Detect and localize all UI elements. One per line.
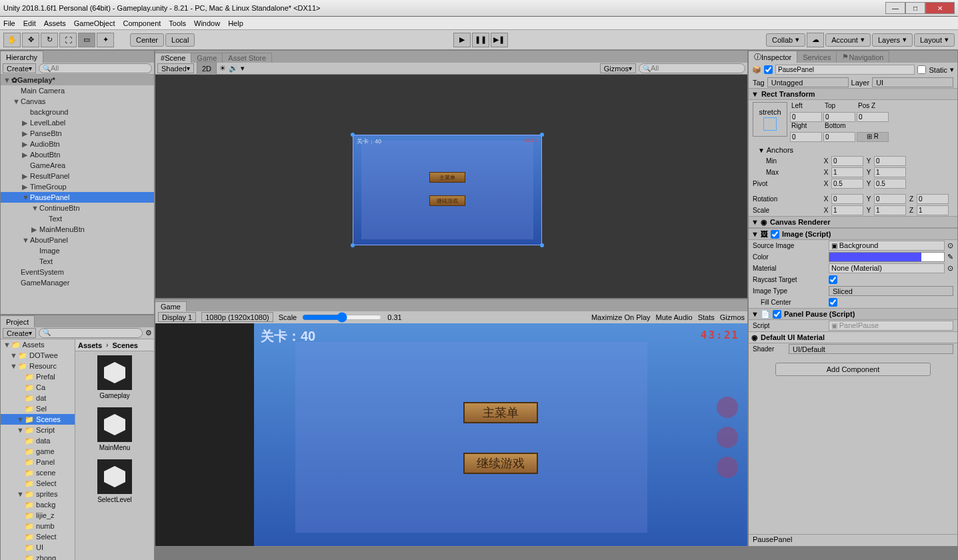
- material-field[interactable]: None (Material): [829, 263, 945, 273]
- layers-dropdown[interactable]: Layers ▾: [872, 33, 913, 47]
- main-menu-btn-preview[interactable]: 主菜单: [429, 172, 465, 183]
- hierarchy-item[interactable]: ▼PausePanel: [1, 192, 154, 203]
- bottom-input[interactable]: [823, 132, 855, 142]
- project-folder[interactable]: 📁 lijie_z: [1, 510, 75, 521]
- project-folder[interactable]: ▼📁 sprites: [1, 489, 75, 499]
- gizmos-dropdown[interactable]: Gizmos ▾: [600, 63, 636, 73]
- hierarchy-search[interactable]: 🔍All: [39, 63, 152, 73]
- handle-tr[interactable]: [540, 133, 544, 137]
- layer-dropdown[interactable]: UI: [872, 77, 953, 87]
- hierarchy-item[interactable]: Text: [1, 213, 154, 224]
- project-folder[interactable]: 📁 Select: [1, 478, 75, 489]
- project-folder[interactable]: ▼📁 Scenes: [1, 414, 75, 425]
- project-folder[interactable]: ▼📁 DOTwee: [1, 350, 75, 361]
- anchor-max-x[interactable]: [831, 167, 863, 177]
- hierarchy-item[interactable]: ▶MainMenuBtn: [1, 224, 154, 235]
- asset-store-tab[interactable]: Asset Store: [223, 53, 272, 63]
- panel-pause-header[interactable]: ▼ 📄 Panel Pause (Script): [749, 308, 957, 320]
- asset-item[interactable]: Gameplay: [75, 351, 154, 403]
- tag-dropdown[interactable]: Untagged: [767, 77, 849, 87]
- rot-x[interactable]: [831, 194, 863, 204]
- project-folder[interactable]: 📁 dat: [1, 393, 75, 403]
- project-folder[interactable]: 📁 zhong: [1, 553, 75, 560]
- hierarchy-item[interactable]: background: [1, 107, 154, 117]
- rect-tool[interactable]: ▭: [78, 33, 95, 47]
- step-button[interactable]: ▶❚: [491, 33, 508, 47]
- scale-tool[interactable]: ⛶: [59, 33, 77, 47]
- collab-dropdown[interactable]: Collab ▾: [766, 33, 805, 47]
- hierarchy-item[interactable]: ▶AudioBtn: [1, 139, 154, 149]
- scene-view[interactable]: 关卡：40 43:21 主菜单 继续游戏: [155, 75, 747, 298]
- scene-tab[interactable]: # Scene: [155, 53, 191, 63]
- menu-window[interactable]: Window: [194, 19, 220, 27]
- close-button[interactable]: ✕: [925, 2, 955, 14]
- hierarchy-item[interactable]: GameManager: [1, 277, 154, 288]
- hierarchy-item[interactable]: ▶TimeGroup: [1, 181, 154, 192]
- menu-gameobject[interactable]: GameObject: [74, 19, 115, 27]
- project-folder[interactable]: 📁 scene: [1, 467, 75, 478]
- fx-icon[interactable]: ▾: [241, 64, 245, 73]
- canvas-renderer-header[interactable]: ▼ ◉ Canvas Renderer: [749, 216, 957, 228]
- hierarchy-item[interactable]: Main Camera: [1, 85, 154, 96]
- scale-slider[interactable]: [302, 312, 382, 323]
- handle-br[interactable]: [540, 243, 544, 247]
- gizmos-toggle[interactable]: Gizmos: [720, 313, 745, 321]
- side-icon-1[interactable]: [717, 397, 738, 418]
- side-icon-2[interactable]: [717, 427, 738, 448]
- play-button[interactable]: ▶: [453, 33, 471, 47]
- top-input[interactable]: [823, 112, 855, 122]
- hierarchy-item[interactable]: Image: [1, 245, 154, 256]
- scene-search[interactable]: 🔍All: [639, 63, 745, 73]
- rot-z[interactable]: [917, 194, 949, 204]
- 2d-toggle[interactable]: 2D: [197, 61, 217, 76]
- project-folder[interactable]: ▼📁 Assets: [1, 339, 75, 350]
- project-folder[interactable]: 📁 Ca: [1, 382, 75, 393]
- services-tab[interactable]: Services: [797, 51, 837, 63]
- hierarchy-item[interactable]: ▶AboutBtn: [1, 149, 154, 160]
- continue-btn-preview[interactable]: 继续游戏: [429, 195, 465, 206]
- anchor-min-y[interactable]: [874, 156, 906, 166]
- maximize-button[interactable]: □: [905, 2, 925, 14]
- minimize-button[interactable]: —: [885, 2, 905, 14]
- breadcrumb[interactable]: Assets › Scenes: [75, 339, 154, 351]
- shader-dropdown[interactable]: UI/Default: [789, 344, 953, 354]
- project-folder[interactable]: 📁 numb: [1, 521, 75, 531]
- picker-icon[interactable]: ⊙: [947, 241, 953, 250]
- hierarchy-tab[interactable]: Hierarchy: [1, 51, 43, 63]
- menu-file[interactable]: File: [3, 19, 15, 27]
- game-continue-btn[interactable]: 继续游戏: [463, 453, 538, 474]
- hierarchy-create[interactable]: Create ▾: [3, 63, 36, 73]
- navigation-tab[interactable]: ⚑ Navigation: [837, 51, 889, 63]
- anchor-max-y[interactable]: [874, 167, 906, 177]
- hierarchy-item[interactable]: ▼ContinueBtn: [1, 203, 154, 213]
- side-icon-3[interactable]: [717, 457, 738, 478]
- hierarchy-item[interactable]: ▶PanseBtn: [1, 128, 154, 139]
- inspector-tab[interactable]: ⓘ Inspector: [749, 51, 797, 63]
- asset-item[interactable]: SelectLevel: [75, 455, 154, 507]
- anchor-min-x[interactable]: [831, 156, 863, 166]
- pivot-mode[interactable]: Center: [130, 33, 164, 47]
- hierarchy-item[interactable]: EventSystem: [1, 267, 154, 277]
- raycast-checkbox[interactable]: [829, 275, 837, 284]
- pivot-x[interactable]: [831, 179, 863, 189]
- game-view[interactable]: 关卡：40 43:21 主菜单 继续游戏: [155, 323, 747, 547]
- display-dropdown[interactable]: Display 1: [158, 312, 196, 322]
- material-header[interactable]: ◉ Default UI Material: [749, 331, 957, 343]
- picker-icon[interactable]: ⊙: [947, 264, 953, 273]
- blueprint-btn[interactable]: ⊞ R: [857, 132, 889, 142]
- rotate-tool[interactable]: ↻: [41, 33, 58, 47]
- gameobject-name[interactable]: [775, 65, 915, 75]
- hierarchy-item[interactable]: ▼Canvas: [1, 96, 154, 107]
- project-tab[interactable]: Project: [1, 315, 35, 327]
- menu-help[interactable]: Help: [228, 19, 243, 27]
- account-dropdown[interactable]: Account ▾: [825, 33, 871, 47]
- stats-toggle[interactable]: Stats: [698, 313, 715, 321]
- handle-bl[interactable]: [351, 243, 355, 247]
- layout-dropdown[interactable]: Layout ▾: [914, 33, 955, 47]
- transform-tool[interactable]: ✦: [97, 33, 114, 47]
- image-header[interactable]: ▼ 🖼 Image (Script): [749, 228, 957, 240]
- add-component-button[interactable]: Add Component: [775, 363, 931, 376]
- color-field[interactable]: [829, 252, 945, 262]
- project-folder[interactable]: 📁 Select: [1, 531, 75, 542]
- pivot-rotation[interactable]: Local: [165, 33, 195, 47]
